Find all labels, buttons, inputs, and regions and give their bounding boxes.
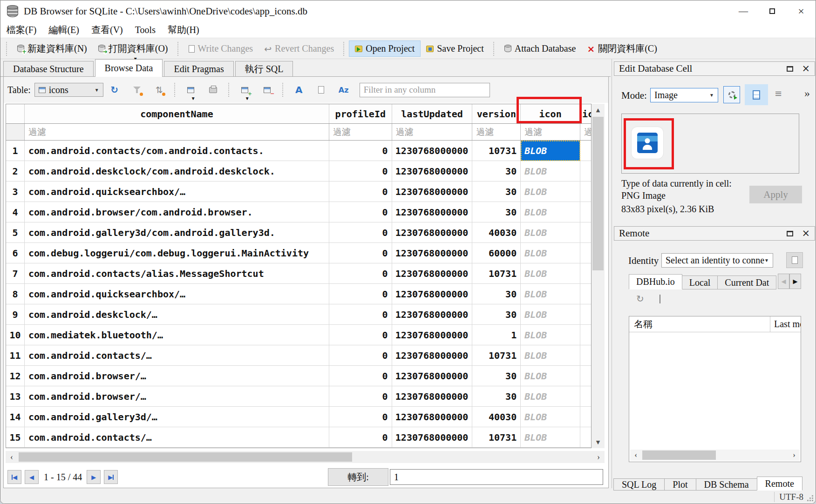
horizontal-scroll-thumb[interactable]: [19, 452, 352, 462]
mode-dropdown[interactable]: Image ▼: [650, 88, 718, 102]
cell-componentName[interactable]: com.debug.loggerui/com.debug.loggerui.Ma…: [25, 243, 329, 263]
cell-partial[interactable]: [580, 366, 591, 386]
identity-dropdown[interactable]: Select an identity to conne ▼: [661, 253, 773, 268]
cell-version[interactable]: 10731: [472, 427, 521, 448]
cell-version[interactable]: 10731: [472, 263, 521, 284]
cell-icon-blob[interactable]: BLOB: [521, 243, 580, 263]
cell-version[interactable]: 30: [472, 161, 521, 181]
cell-partial[interactable]: [580, 222, 591, 243]
cell-profileId[interactable]: 0: [329, 407, 392, 427]
menu-view[interactable]: 查看(V): [85, 23, 129, 37]
cell-componentName[interactable]: com.android.gallery3d/com.android.galler…: [25, 222, 329, 243]
menu-help[interactable]: 幫助(H): [162, 23, 205, 37]
first-record-button[interactable]: ◀: [7, 470, 21, 484]
scroll-down-button[interactable]: ▼: [592, 436, 605, 448]
revert-changes-button[interactable]: ↩ Revert Changes: [258, 41, 340, 56]
toolbar-overflow-button[interactable]: »: [804, 87, 810, 100]
dock-tab-plot[interactable]: Plot: [664, 478, 696, 491]
table-row[interactable]: 3 com.android.quicksearchbox/… 0 1230768…: [6, 181, 591, 202]
cell-partial[interactable]: [580, 202, 591, 222]
column-header-version[interactable]: version: [472, 104, 521, 123]
table-row[interactable]: 13 com.android.browser/… 0 1230768000000…: [6, 386, 591, 407]
identity-import-button[interactable]: [786, 252, 803, 268]
new-database-button[interactable]: + 新建資料庫(N): [12, 40, 93, 57]
cell-partial[interactable]: [580, 325, 591, 345]
cell-lastUpdated[interactable]: 1230768000000: [392, 407, 473, 427]
cell-lastUpdated[interactable]: 1230768000000: [392, 141, 473, 161]
cell-componentName[interactable]: com.android.contacts/…: [25, 345, 329, 366]
cell-lastUpdated[interactable]: 1230768000000: [392, 325, 473, 345]
cell-profileId[interactable]: 0: [329, 181, 392, 202]
cell-partial[interactable]: [580, 141, 591, 161]
maximize-button[interactable]: [758, 0, 787, 22]
cell-profileId[interactable]: 0: [329, 161, 392, 181]
filter-version[interactable]: 過濾: [472, 124, 521, 140]
scroll-right-button[interactable]: ›: [789, 450, 800, 461]
table-row[interactable]: 1 com.android.contacts/com.android.conta…: [6, 141, 591, 161]
close-button[interactable]: ×: [787, 0, 816, 22]
auto-mode-button[interactable]: [723, 86, 740, 103]
remote-clone-button[interactable]: [660, 295, 660, 303]
column-header-componentName[interactable]: componentName: [25, 104, 329, 123]
insert-record-button[interactable]: ▼: [238, 83, 252, 97]
cell-version[interactable]: 60000: [472, 243, 521, 263]
cell-version[interactable]: 30: [472, 304, 521, 325]
corner-header[interactable]: [6, 104, 25, 123]
goto-input[interactable]: [390, 469, 603, 485]
tab-browse-data[interactable]: Browse Data: [95, 59, 163, 77]
cell-partial[interactable]: [580, 284, 591, 304]
column-header-profileId[interactable]: profileId: [329, 104, 392, 123]
scroll-left-button[interactable]: ‹: [6, 451, 18, 463]
cell-lastUpdated[interactable]: 1230768000000: [392, 222, 473, 243]
remote-tab-local[interactable]: Local: [682, 276, 718, 289]
table-selector[interactable]: icons ▼: [34, 83, 103, 97]
next-record-button[interactable]: ▶: [87, 470, 101, 484]
cell-profileId[interactable]: 0: [329, 222, 392, 243]
cell-partial[interactable]: [580, 304, 591, 325]
cell-icon-blob[interactable]: BLOB: [521, 366, 580, 386]
last-record-button[interactable]: ▶: [104, 470, 118, 484]
cell-version[interactable]: 30: [472, 366, 521, 386]
tab-database-structure[interactable]: Database Structure: [3, 61, 94, 76]
cell-componentName[interactable]: com.android.contacts/…: [25, 427, 329, 448]
cell-version[interactable]: 30: [472, 181, 521, 202]
cell-icon-blob[interactable]: BLOB: [521, 407, 580, 427]
cell-profileId[interactable]: 0: [329, 284, 392, 304]
cell-icon-blob[interactable]: BLOB: [521, 345, 580, 366]
print-button[interactable]: [206, 83, 220, 97]
scroll-up-button[interactable]: ▲: [592, 104, 605, 116]
cell-icon-blob[interactable]: BLOB: [521, 304, 580, 325]
close-database-button[interactable]: × 關閉資料庫(C): [581, 40, 662, 57]
table-horizontal-scrollbar[interactable]: ‹ ›: [6, 451, 605, 463]
apply-button[interactable]: Apply: [749, 186, 802, 203]
cell-partial[interactable]: [580, 345, 591, 366]
cell-partial[interactable]: [580, 243, 591, 263]
remote-refresh-button[interactable]: ↻: [636, 293, 644, 304]
dock-tab-sql-log[interactable]: SQL Log: [613, 478, 665, 491]
refresh-button[interactable]: ↻: [108, 83, 122, 97]
scroll-right-button[interactable]: ›: [592, 451, 605, 463]
tab-scroll-left-button[interactable]: ◀: [778, 274, 789, 289]
cell-icon-blob[interactable]: BLOB: [521, 386, 580, 407]
table-row[interactable]: 2 com.android.deskclock/com.android.desk…: [6, 161, 591, 181]
column-header-lastUpdated[interactable]: lastUpdated: [392, 104, 473, 123]
cell-version[interactable]: 30: [472, 202, 521, 222]
cell-version[interactable]: 1: [472, 325, 521, 345]
table-row[interactable]: 6 com.debug.loggerui/com.debug.loggerui.…: [6, 243, 591, 263]
edit-cell-button[interactable]: [314, 83, 328, 97]
cell-componentName[interactable]: com.android.browser/…: [25, 386, 329, 407]
cell-icon-blob[interactable]: BLOB: [521, 222, 580, 243]
open-database-button[interactable]: ➔ 打開資料庫(O) ▼: [93, 40, 174, 57]
cell-lastUpdated[interactable]: 1230768000000: [392, 366, 473, 386]
table-row[interactable]: 14 com.android.gallery3d/… 0 12307680000…: [6, 407, 591, 427]
cell-profileId[interactable]: 0: [329, 202, 392, 222]
global-filter-input[interactable]: [360, 83, 490, 97]
cell-partial[interactable]: [580, 181, 591, 202]
cell-version[interactable]: 40030: [472, 222, 521, 243]
cell-icon-blob[interactable]: BLOB: [521, 202, 580, 222]
font-button[interactable]: A: [292, 83, 306, 97]
cell-lastUpdated[interactable]: 1230768000000: [392, 181, 473, 202]
menu-edit[interactable]: 編輯(E): [42, 23, 85, 37]
table-row[interactable]: 9 com.android.deskclock/… 0 123076800000…: [6, 304, 591, 325]
sort-az-button[interactable]: Az: [337, 83, 351, 97]
